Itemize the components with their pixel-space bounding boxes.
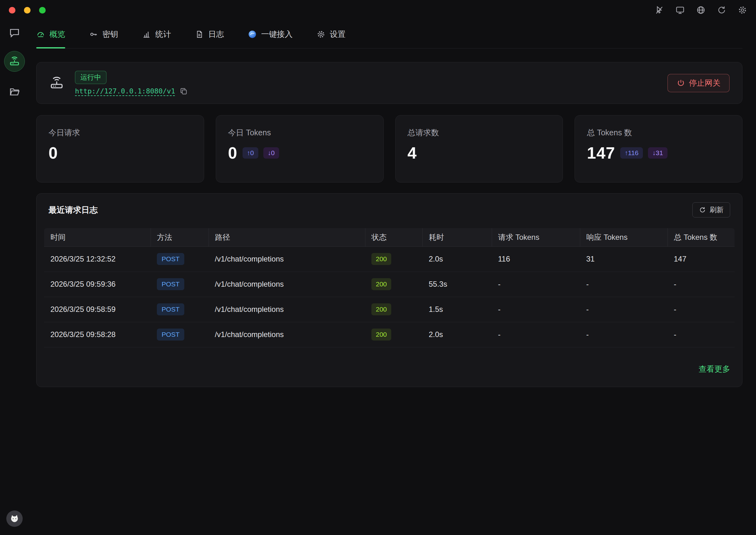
stop-gateway-label: 停止网关 (689, 78, 720, 88)
logs-table-header: 时间 方法 路径 状态 耗时 请求 Tokens 响应 Tokens 总 Tok… (44, 228, 735, 246)
tab-keys[interactable]: 密钥 (89, 20, 118, 48)
stat-card-today-tokens: 今日 Tokens 0 ↑0 ↓0 (216, 115, 384, 183)
tab-bar: 概览 密钥 统计 (36, 20, 742, 48)
sidebar (0, 20, 29, 535)
gateway-url-link[interactable]: http://127.0.0.1:8080/v1 (75, 87, 175, 95)
logs-table: 时间 方法 路径 状态 耗时 请求 Tokens 响应 Tokens 总 Tok… (44, 228, 735, 348)
tab-label: 一键接入 (261, 29, 293, 39)
cell-res-tokens: 31 (580, 246, 668, 271)
tab-label: 统计 (155, 29, 171, 39)
cell-duration: 2.0s (422, 322, 492, 347)
sidebar-item-gateway[interactable] (4, 51, 25, 72)
gateway-status-badge: 运行中 (75, 71, 106, 84)
col-res-tokens: 响应 Tokens (580, 228, 668, 246)
main-content: 概览 密钥 统计 (29, 20, 756, 535)
close-window-button[interactable] (9, 7, 15, 14)
stat-value: 0 (48, 144, 58, 162)
cell-time: 2026/3/25 09:58:59 (44, 297, 151, 322)
tab-label: 密钥 (103, 29, 118, 39)
titlebar (0, 0, 756, 20)
stat-card-today-requests: 今日请求 0 (36, 115, 204, 183)
cell-path: /v1/chat/completions (208, 322, 365, 347)
cell-time: 2026/3/25 12:32:52 (44, 246, 151, 271)
log-icon (195, 30, 204, 39)
cell-time: 2026/3/25 09:58:28 (44, 322, 151, 347)
cell-time: 2026/3/25 09:59:36 (44, 271, 151, 297)
tab-stats[interactable]: 统计 (142, 20, 171, 48)
tab-label: 概览 (49, 29, 65, 39)
stat-value: 0 (228, 144, 237, 162)
gear-icon[interactable] (738, 5, 747, 15)
tokens-down-badge: ↓31 (648, 147, 668, 158)
recent-logs-card: 最近请求日志 刷新 (36, 193, 742, 387)
tab-label: 日志 (208, 29, 224, 39)
col-duration: 耗时 (422, 228, 492, 246)
blue-globe-icon (248, 30, 257, 39)
cell-path: /v1/chat/completions (208, 271, 365, 297)
stat-label: 今日 Tokens (228, 127, 371, 138)
chat-icon[interactable] (9, 27, 20, 39)
user-avatar[interactable] (6, 510, 23, 527)
tokens-down-badge: ↓0 (263, 147, 279, 158)
monitor-icon[interactable] (675, 5, 685, 15)
cell-duration: 1.5s (422, 297, 492, 322)
cell-req-tokens: 116 (492, 246, 580, 271)
gateway-status-card: 运行中 http://127.0.0.1:8080/v1 (36, 62, 742, 104)
stat-card-total-requests: 总请求数 4 (395, 115, 563, 183)
tokens-up-badge: ↑0 (243, 147, 258, 158)
tab-quick-connect[interactable]: 一键接入 (248, 20, 293, 48)
status-badge: 200 (371, 303, 391, 315)
method-badge: POST (157, 253, 184, 265)
cell-total-tokens: 147 (668, 246, 735, 271)
logs-title: 最近请求日志 (48, 205, 98, 215)
zoom-window-button[interactable] (39, 7, 46, 14)
status-badge: 200 (371, 328, 391, 341)
tokens-up-badge: ↑116 (620, 147, 643, 158)
cell-duration: 55.3s (422, 271, 492, 297)
copy-icon[interactable] (180, 87, 188, 95)
key-icon (89, 30, 98, 39)
cell-total-tokens: - (668, 271, 735, 297)
view-more-link[interactable]: 查看更多 (699, 364, 730, 374)
stat-card-total-tokens: 总 Tokens 数 147 ↑116 ↓31 (575, 115, 742, 183)
status-badge: 200 (371, 278, 391, 290)
stop-gateway-button[interactable]: 停止网关 (668, 74, 730, 92)
refresh-logs-button[interactable]: 刷新 (692, 202, 730, 217)
bar-chart-icon (142, 30, 151, 39)
gear-icon (317, 30, 325, 39)
cell-total-tokens: - (668, 297, 735, 322)
method-badge: POST (157, 303, 184, 315)
log-row: 2026/3/25 09:59:36 POST /v1/chat/complet… (44, 271, 735, 297)
cell-duration: 2.0s (422, 246, 492, 271)
tab-label: 设置 (330, 29, 346, 39)
globe-icon[interactable] (696, 5, 706, 15)
tab-logs[interactable]: 日志 (195, 20, 224, 48)
folder-icon[interactable] (9, 86, 20, 98)
tab-overview[interactable]: 概览 (36, 20, 65, 48)
refresh-icon (699, 207, 706, 213)
method-badge: POST (157, 328, 184, 341)
cell-res-tokens: - (580, 271, 668, 297)
tab-settings[interactable]: 设置 (317, 20, 346, 48)
stats-row: 今日请求 0 今日 Tokens 0 ↑0 ↓0 总请求数 4 (36, 115, 742, 183)
refresh-icon[interactable] (717, 5, 726, 15)
stat-label: 总请求数 (408, 127, 551, 138)
cell-req-tokens: - (492, 322, 580, 347)
stat-label: 今日请求 (48, 127, 192, 138)
log-row: 2026/3/25 09:58:28 POST /v1/chat/complet… (44, 322, 735, 347)
minimize-window-button[interactable] (24, 7, 31, 14)
stat-value: 4 (408, 144, 417, 162)
pointer-disabled-icon[interactable] (654, 5, 664, 15)
method-badge: POST (157, 278, 184, 290)
col-total-tokens: 总 Tokens 数 (668, 228, 735, 246)
cell-path: /v1/chat/completions (208, 246, 365, 271)
stat-value: 147 (587, 144, 615, 162)
col-path: 路径 (208, 228, 365, 246)
col-status: 状态 (365, 228, 422, 246)
router-icon (49, 75, 64, 91)
stat-label: 总 Tokens 数 (587, 127, 730, 138)
col-time: 时间 (44, 228, 151, 246)
router-icon (9, 56, 20, 67)
status-badge: 200 (371, 253, 391, 265)
cell-req-tokens: - (492, 297, 580, 322)
